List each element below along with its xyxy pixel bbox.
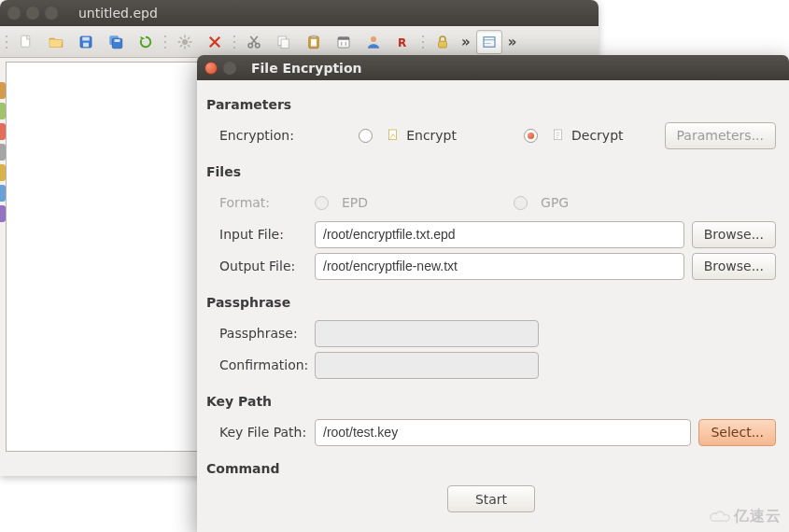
open-file-icon[interactable]: [43, 30, 69, 54]
svg-rect-34: [484, 36, 495, 47]
key-file-field[interactable]: [315, 419, 691, 446]
output-file-browse-button[interactable]: Browse...: [692, 253, 776, 280]
decrypt-radio-label: Decrypt: [571, 128, 624, 143]
svg-rect-28: [338, 36, 349, 39]
svg-text:R: R: [398, 35, 406, 49]
cut-icon[interactable]: [241, 30, 267, 54]
format-epd-option: EPD: [315, 195, 368, 210]
confirmation-label: Confirmation:: [206, 357, 315, 372]
input-file-field[interactable]: [315, 221, 684, 248]
toolbar-overflow[interactable]: »: [459, 34, 472, 50]
toolbar-separator: [233, 33, 235, 51]
save-file-icon[interactable]: [73, 30, 99, 54]
svg-rect-6: [115, 39, 120, 42]
parameters-button[interactable]: Parameters...: [665, 122, 776, 149]
format-epd-radio: [315, 196, 329, 210]
format-label: Format:: [206, 195, 315, 210]
svg-rect-33: [439, 41, 447, 48]
panel-toggle-icon[interactable]: [476, 30, 502, 54]
toolbar-separator: [164, 33, 166, 51]
svg-rect-38: [554, 130, 561, 140]
left-edge-decor: [0, 82, 6, 226]
editor-toolbar: R » »: [0, 26, 599, 58]
svg-point-31: [371, 36, 376, 42]
key-file-label: Key File Path:: [206, 425, 315, 440]
window-close-button[interactable]: [7, 7, 21, 20]
window-maximize-button[interactable]: [45, 7, 58, 20]
replace-icon[interactable]: R: [390, 30, 416, 54]
section-parameters: Parameters: [206, 97, 776, 112]
dialog-title: File Encryption: [251, 61, 362, 76]
svg-line-13: [188, 45, 190, 47]
passphrase-label: Passphrase:: [206, 326, 315, 341]
svg-line-14: [180, 45, 182, 47]
editor-titlebar: untitled.epd: [0, 0, 599, 26]
encrypt-radio-label: Encrypt: [406, 128, 457, 143]
date-icon[interactable]: [331, 30, 357, 54]
lock-icon[interactable]: [430, 30, 456, 54]
input-file-label: Input File:: [206, 227, 315, 242]
svg-point-7: [182, 39, 188, 45]
encryption-label: Encryption:: [206, 128, 304, 143]
toolbar-separator: [6, 33, 7, 51]
dialog-titlebar: File Encryption: [197, 55, 789, 80]
watermark: 亿速云: [710, 507, 782, 526]
cloud-icon: [710, 510, 730, 525]
toolbar-separator: [422, 33, 424, 51]
format-epd-label: EPD: [342, 195, 368, 210]
settings-icon[interactable]: [172, 30, 198, 54]
window-minimize-button[interactable]: [26, 7, 39, 20]
save-all-icon[interactable]: [103, 30, 129, 54]
file-encryption-dialog: File Encryption Parameters Encryption: E…: [197, 55, 789, 532]
format-gpg-label: GPG: [541, 195, 569, 210]
copy-icon[interactable]: [271, 30, 297, 54]
passphrase-field: [315, 320, 539, 347]
svg-line-15: [188, 36, 190, 38]
encrypt-radio[interactable]: [359, 129, 373, 143]
format-gpg-radio: [514, 196, 528, 210]
format-gpg-option: GPG: [514, 195, 569, 210]
section-files: Files: [206, 164, 776, 179]
svg-rect-23: [281, 39, 289, 49]
decrypt-radio[interactable]: [524, 129, 538, 143]
dialog-close-button[interactable]: [204, 62, 218, 75]
output-file-label: Output File:: [206, 259, 315, 273]
svg-rect-3: [83, 42, 89, 47]
refresh-icon[interactable]: [133, 30, 159, 54]
confirmation-field: [315, 352, 539, 379]
input-file-browse-button[interactable]: Browse...: [692, 221, 776, 248]
encrypt-radio-option[interactable]: Encrypt: [359, 128, 457, 143]
section-passphrase: Passphrase: [206, 295, 776, 310]
start-button[interactable]: Start: [447, 485, 535, 512]
svg-rect-2: [82, 36, 90, 40]
dialog-minimize-button[interactable]: [223, 62, 236, 75]
svg-line-12: [180, 36, 182, 38]
dialog-body: Parameters Encryption: Encrypt Decrypt P…: [197, 80, 789, 522]
encrypt-icon: [386, 128, 401, 143]
paste-icon[interactable]: [301, 30, 327, 54]
key-file-select-button[interactable]: Select...: [698, 419, 776, 446]
output-file-field[interactable]: [315, 253, 684, 280]
clear-icon[interactable]: [202, 30, 228, 54]
svg-rect-26: [311, 39, 317, 47]
decrypt-radio-option[interactable]: Decrypt: [524, 128, 624, 143]
new-file-icon[interactable]: [13, 30, 39, 54]
watermark-text: 亿速云: [734, 507, 782, 526]
toolbar-overflow-2[interactable]: »: [506, 34, 519, 50]
decrypt-icon: [551, 128, 566, 143]
section-key-path: Key Path: [206, 394, 776, 409]
svg-rect-25: [312, 35, 317, 37]
section-command: Command: [206, 461, 776, 476]
user-icon[interactable]: [360, 30, 387, 54]
editor-title: untitled.epd: [78, 6, 158, 21]
